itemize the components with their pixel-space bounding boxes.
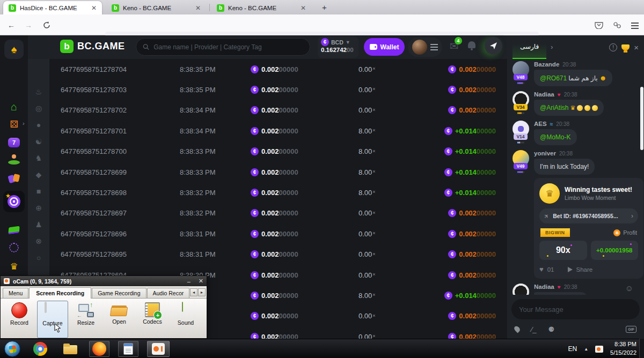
mention-link[interactable]: @MoMo-K xyxy=(540,133,571,141)
chat-toggle-button[interactable] xyxy=(485,37,502,55)
game-category-icon[interactable]: ◎ xyxy=(28,102,49,114)
close-chat-icon[interactable]: × xyxy=(634,43,639,52)
emoji-smiley-icon[interactable]: ☺ xyxy=(625,284,633,293)
close-icon[interactable]: ✕ xyxy=(199,278,203,285)
game-category-icon[interactable]: ○ xyxy=(28,252,49,264)
extensions-icon[interactable] xyxy=(613,21,621,29)
browser-tab[interactable]: b Keno - BC.GAME ✕ xyxy=(106,1,206,14)
sidebar-item-shop[interactable] xyxy=(4,170,24,188)
browser-tab[interactable]: b HasDice - BC.GAME ✕ xyxy=(3,1,102,14)
game-category-icon[interactable]: ◆ xyxy=(28,169,49,181)
tab-menu[interactable]: Menu xyxy=(3,288,28,298)
game-category-icon[interactable]: ● xyxy=(28,119,49,131)
game-category-icon[interactable]: ☯ xyxy=(28,136,49,147)
sidebar-item-hash-games-active[interactable]: ★ xyxy=(3,191,25,212)
game-category-icon[interactable]: ♨ xyxy=(28,86,49,98)
tray-ocam-icon[interactable] xyxy=(595,346,603,353)
sidebar-item-vip[interactable]: ♛ xyxy=(4,258,24,275)
username[interactable]: yoniver xyxy=(534,150,556,156)
username[interactable]: Nadiaa xyxy=(534,284,554,290)
taskbar-firefox[interactable] xyxy=(89,341,109,357)
table-row[interactable]: 64776958751278698 8:38:32 PM ¢ 0.0020000… xyxy=(49,182,507,203)
new-tab-button[interactable]: + xyxy=(322,3,327,12)
tab-audio-recording[interactable]: Audio Recor xyxy=(147,288,190,298)
capture-button[interactable]: Capture xyxy=(37,301,68,338)
spade-logo-icon[interactable]: ♠ xyxy=(4,40,24,59)
bet-id-pill[interactable]: ✈ Bet ID: #619674058955... › xyxy=(539,208,638,223)
avatar[interactable] xyxy=(513,284,529,295)
chevron-right-icon[interactable]: › xyxy=(551,43,553,51)
chat-message-input[interactable] xyxy=(511,299,640,319)
record-button[interactable]: Record xyxy=(4,301,35,338)
profile-menu[interactable] xyxy=(408,38,442,57)
game-category-icon[interactable]: ♟ xyxy=(28,219,49,230)
ocam-window[interactable]: oCam (0, 9, 1364, 759) – ✕ Menu Screen R… xyxy=(0,275,207,339)
taskbar-ocam-active[interactable] xyxy=(147,341,170,357)
open-button[interactable]: Open xyxy=(104,301,135,338)
username[interactable]: AES xyxy=(534,121,547,127)
table-row[interactable]: 64776958751278700 8:38:33 PM ¢ 0.0020000… xyxy=(49,141,507,162)
game-category-icon[interactable]: ⊗ xyxy=(28,235,49,247)
table-row[interactable]: 64776958751278697 8:38:32 PM ¢ 0.0020000… xyxy=(49,203,507,223)
mention-link[interactable]: @RO671 xyxy=(540,74,567,82)
browser-tab[interactable]: b Keno - BC.GAME ✕ xyxy=(211,1,311,14)
hidden-icons-arrow[interactable]: ▲ xyxy=(584,347,588,352)
game-search[interactable] xyxy=(136,38,310,56)
gif-icon[interactable]: GIF xyxy=(626,326,636,333)
win-card[interactable]: ♛ Winning tastes sweet! Limbo Wow Moment… xyxy=(534,178,643,279)
expand-chevron-icon[interactable]: › xyxy=(23,120,25,126)
codecs-button[interactable]: Codecs xyxy=(137,301,168,338)
table-row[interactable]: 64776958751278699 8:38:33 PM ¢ 0.0020000… xyxy=(49,162,507,182)
sidebar-item-sports[interactable]: 7 xyxy=(4,134,24,151)
tab-scroll-right-icon[interactable]: ► xyxy=(198,288,206,296)
taskbar-explorer[interactable] xyxy=(60,341,80,357)
rain-drop-icon[interactable] xyxy=(513,325,521,333)
taskbar-notepad[interactable] xyxy=(118,341,138,357)
start-button[interactable] xyxy=(4,341,20,357)
search-input[interactable] xyxy=(153,43,303,51)
sidebar-item-home[interactable]: ⌂ xyxy=(4,98,24,115)
taskbar-chrome[interactable] xyxy=(30,341,50,357)
avatar[interactable] xyxy=(412,40,427,55)
sidebar-item-lottery[interactable] xyxy=(4,152,24,169)
sidebar-item-casino[interactable]: ⚄ xyxy=(4,116,24,133)
username[interactable]: Nadiaa xyxy=(534,91,554,98)
table-row[interactable]: 64776958751278703 8:38:35 PM ¢ 0.0020000… xyxy=(49,79,507,100)
notifications-bell-icon[interactable] xyxy=(468,41,475,48)
chat-scrollbar-thumb[interactable] xyxy=(640,87,643,150)
game-category-icon[interactable]: ⊕ xyxy=(28,202,49,214)
ocam-title-bar[interactable]: oCam (0, 9, 1364, 759) – ✕ xyxy=(1,276,207,286)
chat-language-tab[interactable]: فارسی xyxy=(513,35,546,59)
game-category-icon[interactable]: ■ xyxy=(28,185,49,197)
reload-icon[interactable] xyxy=(43,21,50,29)
games-ball-icon[interactable]: ⚈ xyxy=(548,325,554,333)
tab-scroll-left-icon[interactable]: ◄ xyxy=(190,288,197,296)
back-icon[interactable]: ← xyxy=(8,21,15,29)
share-label[interactable]: Share xyxy=(576,266,593,273)
pocket-icon[interactable] xyxy=(595,21,603,29)
table-row[interactable]: 64776958751278696 8:38:31 PM ¢ 0.0020000… xyxy=(49,223,507,244)
like-heart-icon[interactable]: ♥ xyxy=(539,265,544,273)
resize-button[interactable]: ↑← Resize xyxy=(70,301,101,338)
game-category-icon[interactable]: ♞ xyxy=(28,152,49,164)
mention-link[interactable]: @AriAtish xyxy=(540,104,569,111)
tab-game-recording[interactable]: Game Recording xyxy=(92,288,146,298)
trophy-icon[interactable] xyxy=(621,44,630,50)
sound-button[interactable]: Sound xyxy=(170,301,201,338)
menu-hamburger-icon[interactable] xyxy=(631,23,639,29)
tab-close-icon[interactable]: ✕ xyxy=(301,4,306,12)
sidebar-item-roulette[interactable] xyxy=(4,239,24,256)
username[interactable]: Bazande xyxy=(534,61,559,68)
wallet-button[interactable]: Wallet xyxy=(364,38,405,56)
table-row[interactable]: 64776958751278704 8:38:35 PM ¢ 0.0020000… xyxy=(49,59,507,79)
show-desktop-button[interactable] xyxy=(639,339,644,358)
table-row[interactable]: 64776958751278701 8:38:34 PM ¢ 0.0020000… xyxy=(49,121,507,141)
language-indicator[interactable]: EN xyxy=(568,345,577,353)
tab-screen-recording[interactable]: Screen Recording xyxy=(29,287,91,299)
info-icon[interactable]: ! xyxy=(609,43,617,51)
tab-close-icon[interactable]: ✕ xyxy=(91,4,97,12)
tab-close-icon[interactable]: ✕ xyxy=(195,4,201,12)
bcgame-logo[interactable]: b BC.GAME xyxy=(60,40,125,53)
messages-button[interactable]: ✉ 4 xyxy=(450,40,459,53)
minimize-icon[interactable]: – xyxy=(187,278,191,285)
